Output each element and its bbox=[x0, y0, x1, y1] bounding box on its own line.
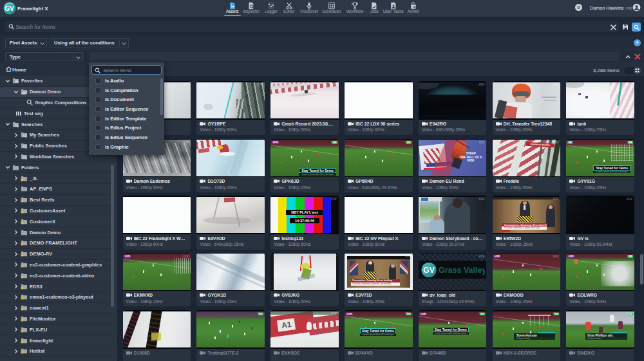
svg-text:GV: GV bbox=[423, 266, 434, 275]
svg-text:GV: GV bbox=[5, 5, 14, 12]
svg-text:Grass Valley: Grass Valley bbox=[439, 266, 485, 275]
